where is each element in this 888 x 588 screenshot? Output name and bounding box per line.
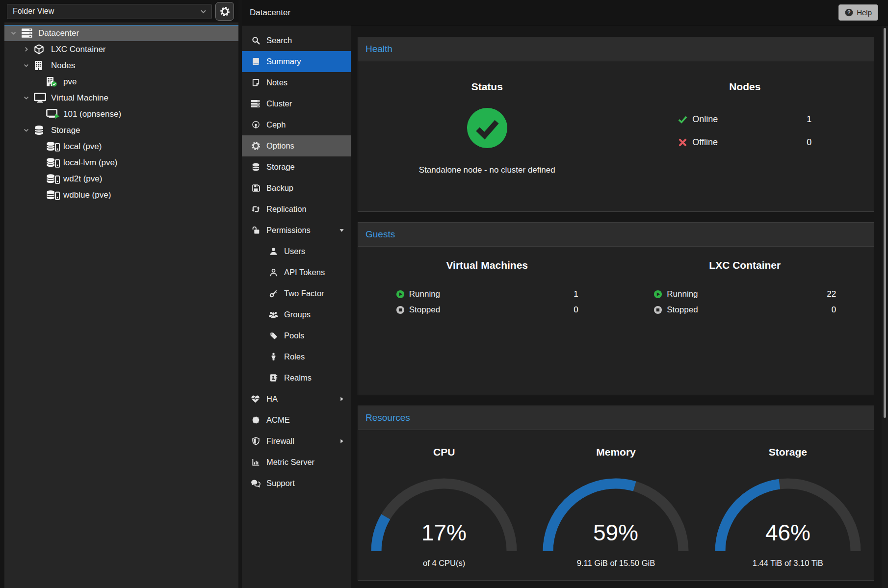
menu-item-label: Notes <box>266 78 287 87</box>
guests-panel: Guests Virtual Machines Running 1 <box>358 222 874 395</box>
menu-item-options[interactable]: Options <box>242 135 351 156</box>
menu-item-permissions[interactable]: Permissions <box>242 220 351 241</box>
database-icon <box>250 163 261 171</box>
database-icon <box>34 125 49 135</box>
tree-item-label: LXC Container <box>51 45 106 54</box>
menu-item-notes[interactable]: Notes <box>242 72 351 93</box>
resource-gauge: Memory 59% 9.11 GiB of 15.50 GiB <box>530 430 702 580</box>
gauge-percent: 59% <box>593 520 638 545</box>
chevron-down-icon[interactable] <box>10 30 21 36</box>
menu-item-label: Permissions <box>266 226 311 235</box>
unlock-icon <box>250 226 261 234</box>
tree-item-virtual-machine[interactable]: Virtual Machine <box>4 90 238 106</box>
menu-item-storage[interactable]: Storage <box>242 156 351 178</box>
resource-tree: Datacenter LXC Container Nodes <box>4 23 238 588</box>
gauge-arc: 17% <box>370 478 518 552</box>
tree-item-wdblue-pve[interactable]: wdblue (pve) <box>4 187 238 203</box>
menu-item-roles[interactable]: Roles <box>242 346 351 367</box>
menu-item-ceph[interactable]: Ceph <box>242 114 351 135</box>
guest-status-label: Stopped <box>667 305 698 315</box>
tree-item-pve[interactable]: pve <box>4 74 238 90</box>
menu-item-firewall[interactable]: Firewall <box>242 431 351 452</box>
shield-icon <box>250 437 261 445</box>
tree-item-label: pve <box>63 77 77 87</box>
tree-item-label: Nodes <box>51 61 75 71</box>
main-region: Datacenter ? Help Search <box>238 0 888 588</box>
menu-item-label: API Tokens <box>284 268 325 277</box>
datacenter-menu: Search Summary Notes <box>242 26 351 588</box>
lxc-heading: LXC Container <box>709 259 781 271</box>
menu-item-pools[interactable]: Pools <box>242 325 351 346</box>
menu-item-search[interactable]: Search <box>242 30 351 51</box>
menu-item-label: HA <box>266 394 278 404</box>
menu-item-summary[interactable]: Summary <box>242 51 351 72</box>
tree-item-datacenter[interactable]: Datacenter <box>4 25 238 41</box>
chevron-down-icon[interactable] <box>23 127 34 133</box>
user-outline-icon <box>268 268 279 277</box>
database-drive-icon <box>46 190 61 200</box>
caret-right-icon <box>339 396 344 402</box>
menu-item-ha[interactable]: HA <box>242 388 351 409</box>
view-mode-select[interactable]: Folder View <box>7 4 212 19</box>
help-button[interactable]: ? Help <box>838 4 878 21</box>
health-panel-title: Health <box>358 37 874 61</box>
tree-item-local-lvm-pve[interactable]: local-lvm (pve) <box>4 154 238 171</box>
menu-item-groups[interactable]: Groups <box>242 304 351 325</box>
gauge-caption: of 4 CPU(s) <box>423 559 465 568</box>
node-status-label: Offline <box>692 137 718 148</box>
menu-item-cluster[interactable]: Cluster <box>242 93 351 114</box>
menu-item-api-tokens[interactable]: API Tokens <box>242 262 351 283</box>
node-status-value: 1 <box>807 114 811 125</box>
guest-status-label: Running <box>667 289 698 299</box>
question-circle-icon: ? <box>845 8 853 17</box>
gear-icon <box>220 7 230 16</box>
tree-item-storage[interactable]: Storage <box>4 122 238 138</box>
monitor-icon <box>34 93 49 103</box>
chevron-right-icon[interactable] <box>23 46 34 52</box>
menu-item-acme[interactable]: ACME <box>242 409 351 431</box>
gauge-caption: 9.11 GiB of 15.50 GiB <box>577 559 655 568</box>
note-icon <box>250 78 261 87</box>
datacenter-icon <box>21 28 36 38</box>
guest-status-value: 0 <box>832 305 836 315</box>
building-icon <box>34 60 49 71</box>
scrollbar-thumb[interactable] <box>884 28 886 418</box>
menu-item-metric-server[interactable]: Metric Server <box>242 452 351 473</box>
help-button-label: Help <box>857 8 872 17</box>
tree-item-wd2t-pve[interactable]: wd2t (pve) <box>4 171 238 187</box>
vertical-scrollbar[interactable] <box>882 26 888 588</box>
chevron-down-icon[interactable] <box>23 95 34 101</box>
guest-status-row-stopped: Stopped 0 <box>396 303 578 316</box>
status-heading: Status <box>471 81 503 93</box>
tree-item-nodes[interactable]: Nodes <box>4 57 238 74</box>
menu-item-replication[interactable]: Replication <box>242 199 351 220</box>
replication-icon <box>250 205 261 213</box>
tree-item-label: local (pve) <box>63 142 102 152</box>
virtual-machines-column: Virtual Machines Running 1 <box>358 247 616 395</box>
tree-item-101-opnsense[interactable]: 101 (opnsense) <box>4 106 238 122</box>
tree-item-local-pve[interactable]: local (pve) <box>4 138 238 154</box>
book-icon <box>250 57 261 66</box>
certificate-icon <box>250 416 261 424</box>
node-status-label: Online <box>692 114 718 125</box>
menu-item-backup[interactable]: Backup <box>242 178 351 199</box>
menu-item-realms[interactable]: Realms <box>242 367 351 388</box>
tree-toolbar: Folder View <box>0 0 238 23</box>
menu-item-label: Replication <box>266 205 307 214</box>
menu-item-label: Backup <box>266 183 293 193</box>
user-icon <box>268 247 279 256</box>
page-title: Datacenter <box>250 8 290 18</box>
node-status-row-online: Online 1 <box>678 114 811 125</box>
menu-item-label: Metric Server <box>266 458 314 467</box>
tree-item-lxc-container[interactable]: LXC Container <box>4 41 238 57</box>
gauge-arc: 46% <box>714 478 862 552</box>
menu-item-support[interactable]: Support <box>242 473 351 494</box>
menu-item-two-factor[interactable]: Two Factor <box>242 283 351 304</box>
guests-panel-title: Guests <box>358 223 874 247</box>
menu-item-users[interactable]: Users <box>242 241 351 262</box>
chevron-down-icon[interactable] <box>23 62 34 69</box>
cube-icon <box>34 44 49 54</box>
nodes-status-column: Nodes Online 1 <box>616 61 874 211</box>
gauge-caption: 1.44 TiB of 3.10 TiB <box>753 559 823 568</box>
tree-settings-button[interactable] <box>215 2 234 21</box>
